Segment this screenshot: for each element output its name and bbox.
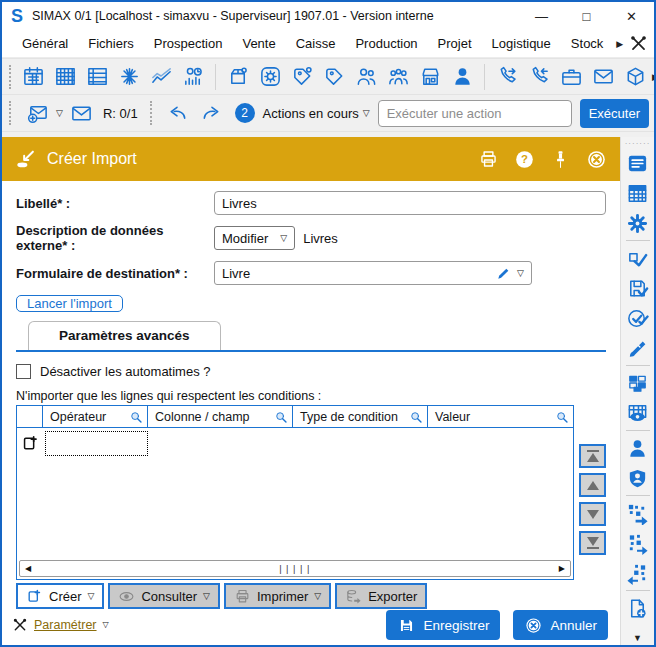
scroll-left-icon[interactable]: ◀: [24, 564, 32, 573]
dropdown-icon[interactable]: ▽: [88, 592, 95, 601]
circle-check-icon[interactable]: [624, 305, 651, 331]
sidebar-grip[interactable]: [625, 139, 651, 148]
move-down-button[interactable]: [579, 502, 606, 526]
menu-item-fichiers[interactable]: Fichiers: [78, 36, 144, 51]
scroll-right-icon[interactable]: ▶: [558, 564, 566, 573]
menu-item-caisse[interactable]: Caisse: [286, 36, 346, 51]
tag-badge-icon[interactable]: [287, 62, 317, 92]
store-icon[interactable]: [415, 62, 445, 92]
pin-icon[interactable]: [550, 149, 571, 170]
dropdown-icon[interactable]: ▽: [517, 269, 524, 278]
add-row-icon[interactable]: [21, 434, 40, 453]
toolbar-grip[interactable]: [9, 65, 12, 89]
launch-import-button[interactable]: Lancer l'import: [16, 295, 123, 312]
tag-icon[interactable]: [319, 62, 349, 92]
dropdown-icon[interactable]: ▽: [314, 592, 321, 601]
consulter-button[interactable]: Consulter▽: [108, 583, 220, 609]
person-icon[interactable]: [447, 62, 477, 92]
actions-in-progress-label[interactable]: Actions en cours: [263, 106, 359, 121]
brush-icon[interactable]: [624, 335, 651, 361]
disable-automatisms-checkbox[interactable]: [16, 364, 31, 379]
move-to-bottom-button[interactable]: [579, 531, 606, 555]
modifier-dropdown[interactable]: Modifier ▽: [214, 226, 295, 250]
exporter-button[interactable]: Exporter: [335, 583, 427, 609]
phone-in-icon[interactable]: [524, 62, 554, 92]
undo-icon[interactable]: [163, 98, 193, 128]
search-icon[interactable]: [555, 410, 569, 424]
check-action-icon[interactable]: [624, 245, 651, 271]
briefcase-icon[interactable]: [556, 62, 586, 92]
dropdown-icon[interactable]: ▽: [363, 109, 370, 118]
form-view-icon[interactable]: [624, 150, 651, 176]
edit-pencil-icon[interactable]: [496, 265, 512, 281]
phone-out-icon[interactable]: [492, 62, 522, 92]
tools-icon[interactable]: [626, 32, 650, 56]
shield-user-icon[interactable]: [624, 465, 651, 491]
scatter-right-icon[interactable]: [624, 530, 651, 556]
minimize-button[interactable]: —: [519, 2, 564, 30]
box-icon[interactable]: [223, 62, 253, 92]
toolbar-grip[interactable]: [9, 101, 12, 125]
menu-item-projet[interactable]: Projet: [428, 36, 482, 51]
maximize-button[interactable]: □: [564, 2, 609, 30]
cube-icon[interactable]: [620, 62, 650, 92]
burst-icon[interactable]: [114, 62, 144, 92]
scatter-left-icon[interactable]: [624, 560, 651, 586]
connect-icon[interactable]: [652, 32, 656, 56]
menu-item-prospection[interactable]: Prospection: [144, 36, 233, 51]
table-grid-icon[interactable]: [624, 180, 651, 206]
column-header-operateur[interactable]: Opérateur: [43, 406, 148, 427]
search-icon[interactable]: [129, 410, 143, 424]
print-icon[interactable]: [478, 149, 499, 170]
list-icon[interactable]: [82, 62, 112, 92]
users-icon[interactable]: [351, 62, 381, 92]
selected-cell[interactable]: [45, 431, 148, 456]
new-mail-icon[interactable]: [22, 98, 52, 128]
menu-item-general[interactable]: Général: [12, 36, 78, 51]
dropdown-icon[interactable]: ▽: [56, 109, 63, 118]
cells-icon[interactable]: [624, 370, 651, 396]
search-icon[interactable]: [274, 410, 288, 424]
menu-item-stock[interactable]: Stock: [561, 36, 614, 51]
sidebar-more-icon[interactable]: ▼: [633, 633, 642, 643]
close-button[interactable]: ✕: [609, 2, 654, 30]
search-icon[interactable]: [409, 410, 423, 424]
menu-item-vente[interactable]: Vente: [232, 36, 285, 51]
execute-button[interactable]: Exécuter: [580, 99, 649, 128]
tab-parametres-avances[interactable]: Paramètres avancés: [28, 321, 221, 350]
menu-item-production[interactable]: Production: [345, 36, 427, 51]
save-check-icon[interactable]: [624, 275, 651, 301]
horizontal-scrollbar[interactable]: ◀ ||||| ▶: [19, 560, 571, 577]
toolbar-grip[interactable]: [150, 101, 153, 125]
stats-icon[interactable]: [178, 62, 208, 92]
user-icon[interactable]: [624, 435, 651, 461]
execute-action-input[interactable]: [378, 100, 572, 127]
dropdown-icon[interactable]: ▽: [103, 621, 109, 629]
help-icon[interactable]: ?: [514, 149, 535, 170]
cancel-button[interactable]: Annuler: [513, 610, 608, 640]
scatter-out-icon[interactable]: [624, 500, 651, 526]
gear-square-icon[interactable]: [255, 62, 285, 92]
eye-grid-icon[interactable]: [624, 400, 651, 426]
gear-icon[interactable]: [624, 210, 651, 236]
move-up-button[interactable]: [579, 473, 606, 497]
mail-icon[interactable]: [588, 62, 618, 92]
save-button[interactable]: Enregistrer: [386, 610, 500, 640]
column-header-type-de-condition[interactable]: Type de condition: [293, 406, 428, 427]
chart-icon[interactable]: [146, 62, 176, 92]
redo-icon[interactable]: [197, 98, 227, 128]
planning-icon[interactable]: [50, 62, 80, 92]
dropdown-icon[interactable]: ▽: [203, 592, 210, 601]
toolbar-overflow-icon[interactable]: ▶: [650, 72, 656, 82]
column-header-colonne-champ[interactable]: Colonne / champ: [148, 406, 293, 427]
calendar-icon[interactable]: [18, 62, 48, 92]
libelle-input[interactable]: [214, 191, 606, 215]
scrollbar-thumb[interactable]: |||||: [32, 564, 558, 574]
menu-overflow-icon[interactable]: ▶: [616, 39, 623, 49]
settings-tools-icon[interactable]: [12, 617, 28, 633]
menu-item-logistique[interactable]: Logistique: [482, 36, 561, 51]
doc-add-icon[interactable]: [624, 595, 651, 621]
imprimer-button[interactable]: Imprimer▽: [224, 583, 331, 609]
column-header-valeur[interactable]: Valeur: [428, 406, 573, 427]
group-icon[interactable]: [383, 62, 413, 92]
